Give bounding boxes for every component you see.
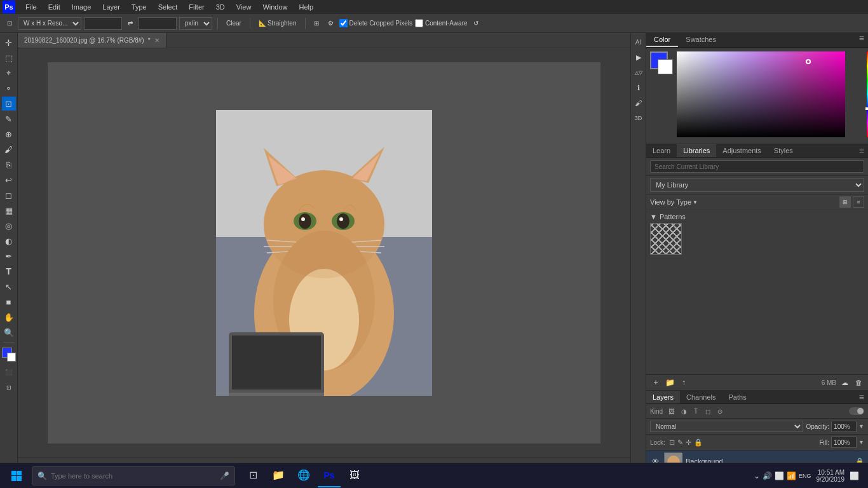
file-explorer-btn[interactable]: 📁 — [267, 464, 290, 487]
menu-file[interactable]: File — [20, 2, 42, 12]
tray-wifi-icon[interactable]: 📶 — [787, 471, 796, 480]
menu-window[interactable]: Window — [257, 2, 292, 12]
brush-settings-btn[interactable]: 🖌 — [632, 97, 645, 109]
show-desktop-btn[interactable]: ⬜ — [850, 471, 859, 480]
grid-btn[interactable]: ⊞ — [311, 18, 322, 29]
unit-select[interactable]: px/in — [179, 17, 212, 30]
photos-btn[interactable]: 🖼 — [343, 464, 366, 487]
adjust-filter-icon[interactable]: ◑ — [679, 406, 689, 416]
menu-help[interactable]: Help — [294, 2, 319, 12]
menu-layer[interactable]: Layer — [97, 2, 125, 12]
lock-pixels-icon[interactable]: ⊡ — [669, 438, 675, 447]
tray-keyboard-icon[interactable]: ENG — [799, 473, 811, 479]
background-color[interactable] — [7, 353, 16, 362]
menu-type[interactable]: Type — [126, 2, 152, 12]
menu-filter[interactable]: Filter — [184, 2, 209, 12]
grid-view-btn[interactable]: ⊞ — [839, 196, 851, 208]
height-input[interactable] — [139, 17, 177, 30]
blur-tool[interactable]: ◎ — [2, 219, 16, 233]
layers-options-btn[interactable]: ≡ — [855, 392, 868, 402]
tab-libraries[interactable]: Libraries — [677, 144, 716, 157]
taskview-btn[interactable]: ⊡ — [241, 464, 264, 487]
info-btn[interactable]: ℹ — [632, 81, 645, 94]
new-group-btn[interactable]: 📁 — [664, 377, 675, 388]
menu-image[interactable]: Image — [67, 2, 97, 12]
tab-channels[interactable]: Channels — [680, 391, 722, 403]
3d-btn[interactable]: 3D — [632, 112, 645, 125]
eyedropper-tool[interactable]: ✎ — [2, 112, 16, 126]
tab-close-btn[interactable]: ✕ — [154, 37, 159, 44]
play-btn[interactable]: ▶ — [632, 51, 645, 64]
library-select[interactable]: My Library — [650, 178, 864, 192]
menu-select[interactable]: Select — [153, 2, 183, 12]
menu-3d[interactable]: 3D — [211, 2, 230, 12]
lock-all-icon[interactable]: 🔒 — [694, 438, 703, 447]
system-clock[interactable]: 10:51 AM 9/20/2019 — [817, 469, 845, 483]
pattern-item-1[interactable] — [650, 223, 682, 255]
swap-dimensions-btn[interactable]: ⇄ — [125, 18, 136, 29]
marquee-tool[interactable]: ⬚ — [2, 51, 16, 65]
cloud-sync-btn[interactable]: ☁ — [839, 377, 850, 388]
quick-select-tool[interactable]: ⚬ — [2, 81, 16, 95]
tab-color[interactable]: Color — [646, 33, 678, 47]
list-view-btn[interactable]: ≡ — [853, 196, 864, 208]
type-filter-icon[interactable]: T — [691, 406, 701, 416]
tab-layers[interactable]: Layers — [646, 391, 680, 403]
menu-view[interactable]: View — [231, 2, 257, 12]
ai-tool-btn[interactable]: AI — [632, 36, 645, 48]
path-select-tool[interactable]: ↖ — [2, 280, 16, 294]
smart-filter-icon[interactable]: ⊙ — [715, 406, 725, 416]
document-tab[interactable]: 20190822_160020.jpg @ 16.7% (RGB/8#) * ✕ — [18, 33, 166, 48]
libraries-panel-options[interactable]: ≡ — [855, 146, 868, 156]
tray-audio-icon[interactable]: 🔊 — [763, 471, 772, 480]
brush-tool[interactable]: 🖌 — [2, 142, 16, 156]
gradient-picker[interactable] — [677, 51, 845, 137]
tab-swatches[interactable]: Swatches — [678, 33, 724, 47]
history-btn[interactable]: ↺ — [470, 18, 482, 29]
canvas-content[interactable] — [18, 48, 630, 458]
tab-learn[interactable]: Learn — [646, 144, 677, 157]
delete-lib-btn[interactable]: 🗑 — [853, 377, 864, 388]
type-tool[interactable]: T — [2, 264, 16, 278]
library-search-input[interactable] — [650, 160, 864, 173]
pen-tool[interactable]: ✒ — [2, 249, 16, 263]
start-button[interactable] — [4, 464, 29, 487]
clone-tool[interactable]: ⎘ — [2, 158, 16, 172]
color-panel-options[interactable]: ≡ — [855, 33, 868, 47]
tray-battery-icon[interactable]: ⬜ — [775, 471, 784, 480]
crop-tool-btn[interactable]: ⊡ — [4, 18, 15, 29]
screen-mode[interactable]: ⊡ — [2, 381, 16, 395]
mode-toggle[interactable]: ⬛ — [2, 365, 16, 379]
chrome-btn[interactable]: 🌐 — [292, 464, 315, 487]
blend-mode-select[interactable]: Normal — [650, 421, 803, 432]
view-by-type-label[interactable]: View by Type ▼ — [650, 198, 837, 206]
mic-icon[interactable]: 🎤 — [220, 471, 229, 480]
dodge-tool[interactable]: ◐ — [2, 234, 16, 248]
hand-tool[interactable]: ✋ — [2, 310, 16, 324]
clear-btn[interactable]: Clear — [223, 18, 245, 29]
eraser-tool[interactable]: ◻ — [2, 188, 16, 202]
pixel-filter-icon[interactable]: 🖼 — [667, 406, 677, 416]
lock-artboard-icon[interactable]: ✛ — [686, 438, 691, 447]
fill-input[interactable] — [831, 437, 857, 448]
fill-arrow-btn[interactable]: ▼ — [858, 439, 864, 445]
tab-paths[interactable]: Paths — [722, 391, 753, 403]
taskbar-search-input[interactable] — [51, 472, 216, 480]
delete-cropped-checkbox[interactable] — [339, 19, 348, 27]
filter-toggle[interactable] — [849, 407, 864, 415]
layer-comp-btn[interactable]: △▽ — [632, 66, 645, 79]
history-brush-tool[interactable]: ↩ — [2, 173, 16, 187]
content-aware-checkbox[interactable] — [415, 19, 423, 27]
patterns-section-header[interactable]: ▼ Patterns — [650, 213, 864, 220]
straighten-btn[interactable]: 📐 Straighten — [255, 18, 300, 29]
tray-network-icon[interactable]: ⌄ — [754, 471, 760, 480]
crop-tool[interactable]: ⊡ — [2, 97, 16, 111]
taskbar-search-box[interactable]: 🔍 🎤 — [32, 466, 235, 485]
opacity-arrow-btn[interactable]: ▼ — [858, 423, 864, 430]
lock-position-icon[interactable]: ✎ — [677, 438, 683, 447]
background-color-swatch[interactable] — [658, 59, 673, 74]
tab-adjustments[interactable]: Adjustments — [716, 144, 768, 157]
move-tool[interactable]: ✛ — [2, 36, 16, 50]
shape-filter-icon[interactable]: ◻ — [703, 406, 713, 416]
heal-tool[interactable]: ⊕ — [2, 127, 16, 141]
